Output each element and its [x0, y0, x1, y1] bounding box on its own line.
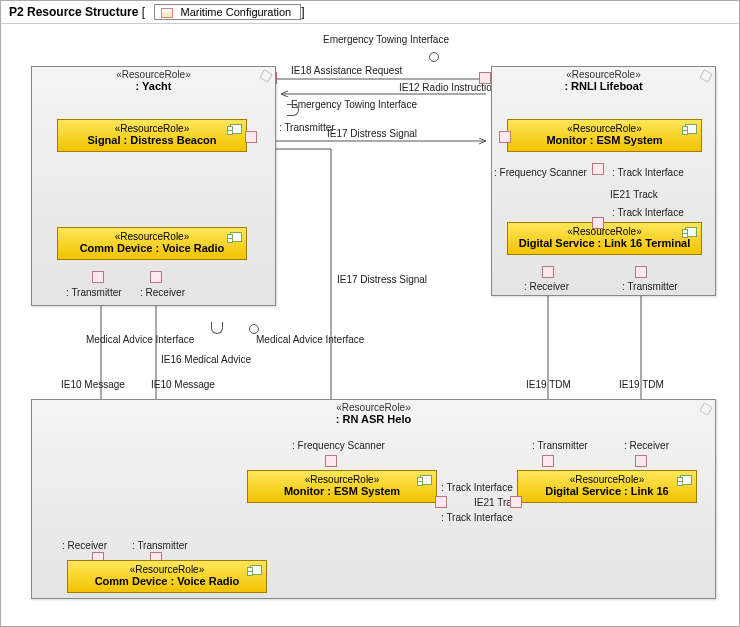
component-icon: [680, 475, 692, 485]
label-ie21-track: IE21 Track: [610, 189, 658, 200]
diagram-title: P2 Resource Structure: [9, 5, 138, 19]
diagram-tab-label: Maritime Configuration: [180, 6, 291, 18]
role-helo-monitor[interactable]: «ResourceRole» Monitor : ESM System: [247, 470, 437, 503]
stereotype-label: «ResourceRole»: [36, 69, 271, 80]
label-medical-advice: IE16 Medical Advice: [161, 354, 251, 365]
port-yacht-comm-tx[interactable]: [92, 271, 104, 283]
box-yacht-header: «ResourceRole» : Yacht: [32, 67, 275, 94]
label-track-iface-3: : Track Interface: [441, 482, 513, 493]
label-receiver-4: : Receiver: [62, 540, 107, 551]
socket-icon: [287, 104, 299, 116]
canvas[interactable]: Emergency Towing Interface IE18 Assistan…: [1, 24, 739, 624]
box-yacht[interactable]: «ResourceRole» : Yacht «ResourceRole» Si…: [31, 66, 276, 306]
lollipop-icon-2: [249, 324, 259, 334]
role-name: Digital Service : Link 16: [522, 485, 692, 497]
port-lb-freq-scanner[interactable]: [499, 131, 511, 143]
label-distress-signal-2: IE17 Distress Signal: [337, 274, 427, 285]
label-receiver-2: : Receiver: [524, 281, 569, 292]
label-track-iface: : Track Interface: [612, 167, 684, 178]
role-helo-digital[interactable]: «ResourceRole» Digital Service : Link 16: [517, 470, 697, 503]
box-lifeboat-name: : RNLI Lifeboat: [496, 80, 711, 92]
label-transmitter-5: : Transmitter: [132, 540, 188, 551]
label-transmitter-3: : Transmitter: [622, 281, 678, 292]
role-name: Signal : Distress Beacon: [62, 134, 242, 146]
port-helo-track-in[interactable]: [510, 496, 522, 508]
component-icon: [420, 475, 432, 485]
label-message-1: IE10 Message: [61, 379, 125, 390]
port-lb-rx[interactable]: [542, 266, 554, 278]
port-helo-track-out[interactable]: [435, 496, 447, 508]
label-distress-signal-1: IE17 Distress Signal: [327, 128, 417, 139]
label-receiver: : Receiver: [140, 287, 185, 298]
role-yacht-comm[interactable]: «ResourceRole» Comm Device : Voice Radio: [57, 227, 247, 260]
socket-icon-2: [211, 322, 223, 334]
box-helo[interactable]: «ResourceRole» : RN ASR Helo : Frequency…: [31, 399, 716, 599]
stereotype-label: «ResourceRole»: [62, 123, 242, 134]
role-lb-monitor[interactable]: «ResourceRole» Monitor : ESM System: [507, 119, 702, 152]
label-freq-scanner-2: : Frequency Scanner: [292, 440, 385, 451]
label-assistance-request: IE18 Assistance Request: [291, 65, 402, 76]
label-track-iface-4: : Track Interface: [441, 512, 513, 523]
stereotype-label: «ResourceRole»: [252, 474, 432, 485]
stereotype-label: «ResourceRole»: [512, 226, 697, 237]
port-signal-transmitter[interactable]: [245, 131, 257, 143]
port-yacht-comm-rx[interactable]: [150, 271, 162, 283]
box-yacht-name: : Yacht: [36, 80, 271, 92]
component-icon: [230, 232, 242, 242]
diagram-icon: [161, 8, 173, 18]
stereotype-label: «ResourceRole»: [522, 474, 692, 485]
component-icon: [250, 565, 262, 575]
component-icon: [685, 227, 697, 237]
port-helo-freq-scanner[interactable]: [325, 455, 337, 467]
label-transmitter-2: : Transmitter: [279, 122, 335, 133]
role-yacht-signal[interactable]: «ResourceRole» Signal : Distress Beacon: [57, 119, 247, 152]
role-name: Monitor : ESM System: [512, 134, 697, 146]
label-transmitter: : Transmitter: [66, 287, 122, 298]
port-helo-digital-tx[interactable]: [542, 455, 554, 467]
label-message-2: IE10 Message: [151, 379, 215, 390]
label-freq-scanner: : Frequency Scanner: [494, 167, 587, 178]
box-helo-header: «ResourceRole» : RN ASR Helo: [32, 400, 715, 427]
label-medical-iface-2: Medical Advice Interface: [256, 334, 364, 345]
component-icon: [230, 124, 242, 134]
lollipop-icon: [429, 52, 439, 62]
stereotype-label: «ResourceRole»: [512, 123, 697, 134]
box-helo-name: : RN ASR Helo: [36, 413, 711, 425]
port-lifeboat-provided[interactable]: [479, 72, 491, 84]
stereotype-label: «ResourceRole»: [36, 402, 711, 413]
label-tdm-1: IE19 TDM: [526, 379, 571, 390]
diagram-header: P2 Resource Structure [ Maritime Configu…: [1, 1, 739, 24]
port-lb-track-in[interactable]: [592, 217, 604, 229]
stereotype-label: «ResourceRole»: [72, 564, 262, 575]
role-name: Comm Device : Voice Radio: [72, 575, 262, 587]
role-name: Comm Device : Voice Radio: [62, 242, 242, 254]
label-emergency-towing: Emergency Towing Interface: [323, 34, 449, 45]
role-helo-comm[interactable]: «ResourceRole» Comm Device : Voice Radio: [67, 560, 267, 593]
label-medical-iface-1: Medical Advice Interface: [86, 334, 194, 345]
port-lb-track-out[interactable]: [592, 163, 604, 175]
box-lifeboat[interactable]: «ResourceRole» : RNLI Lifeboat «Resource…: [491, 66, 716, 296]
diagram-tab[interactable]: Maritime Configuration: [154, 4, 301, 20]
label-transmitter-4: : Transmitter: [532, 440, 588, 451]
role-name: Digital Service : Link 16 Terminal: [512, 237, 697, 249]
role-name: Monitor : ESM System: [252, 485, 432, 497]
role-lb-digital[interactable]: «ResourceRole» Digital Service : Link 16…: [507, 222, 702, 255]
port-lb-tx[interactable]: [635, 266, 647, 278]
label-track-iface-2: : Track Interface: [612, 207, 684, 218]
label-emergency-towing-2: Emergency Towing Interface: [291, 99, 417, 110]
stereotype-label: «ResourceRole»: [62, 231, 242, 242]
stereotype-label: «ResourceRole»: [496, 69, 711, 80]
label-receiver-3: : Receiver: [624, 440, 669, 451]
label-tdm-2: IE19 TDM: [619, 379, 664, 390]
component-icon: [685, 124, 697, 134]
box-lifeboat-header: «ResourceRole» : RNLI Lifeboat: [492, 67, 715, 94]
port-helo-digital-rx[interactable]: [635, 455, 647, 467]
